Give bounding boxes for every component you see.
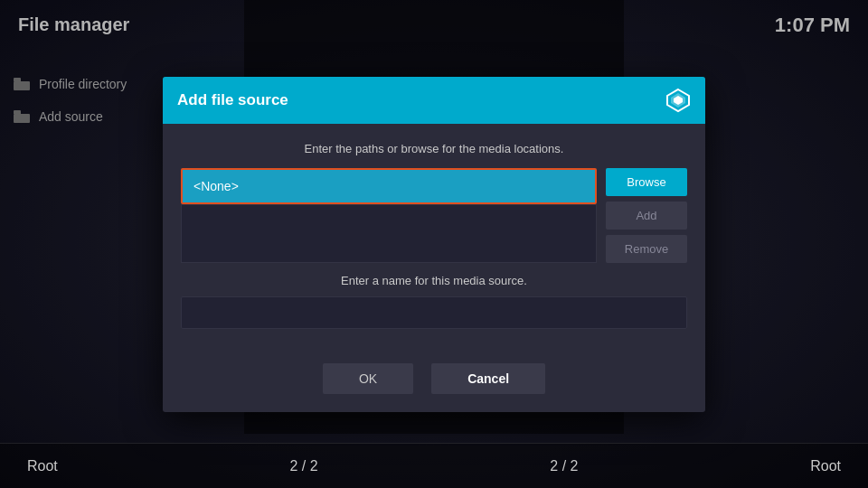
add-button[interactable]: Add xyxy=(606,202,687,230)
name-instruction: Enter a name for this media source. xyxy=(181,274,687,287)
remove-button[interactable]: Remove xyxy=(606,235,687,263)
source-instruction: Enter the paths or browse for the media … xyxy=(181,142,687,155)
modal-overlay: Add file source Enter the paths or brows… xyxy=(0,0,868,488)
source-list xyxy=(181,204,597,263)
media-source-name-input[interactable] xyxy=(181,296,687,329)
ok-button[interactable]: OK xyxy=(323,363,413,394)
add-file-source-dialog: Add file source Enter the paths or brows… xyxy=(163,77,705,412)
sources-area: Browse Add Remove xyxy=(181,168,687,263)
bottom-center-left: 2 / 2 xyxy=(290,458,318,474)
bottom-bar: Root 2 / 2 2 / 2 Root xyxy=(0,443,868,488)
cancel-button[interactable]: Cancel xyxy=(431,363,545,394)
name-section: Enter a name for this media source. xyxy=(181,274,687,329)
source-inputs-column xyxy=(181,168,597,263)
bottom-left-label: Root xyxy=(27,458,58,474)
bottom-center-right: 2 / 2 xyxy=(550,458,578,474)
dialog-header: Add file source xyxy=(163,77,705,124)
dialog-footer: OK Cancel xyxy=(163,347,705,412)
bottom-right-label: Root xyxy=(810,458,841,474)
browse-button[interactable]: Browse xyxy=(606,168,687,196)
kodi-logo xyxy=(665,88,691,113)
source-path-input[interactable] xyxy=(181,168,597,204)
dialog-title: Add file source xyxy=(177,91,288,109)
side-buttons: Browse Add Remove xyxy=(606,168,687,263)
dialog-body: Enter the paths or browse for the media … xyxy=(163,124,705,347)
